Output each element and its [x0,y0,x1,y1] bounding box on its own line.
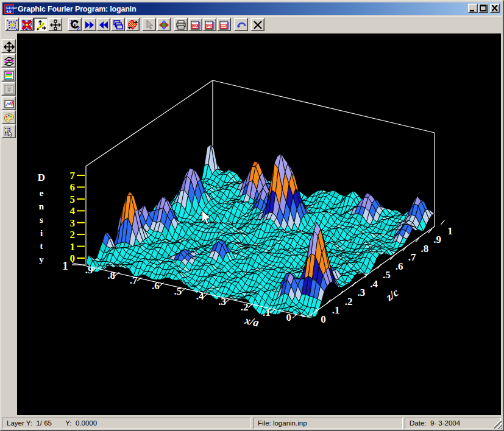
svg-text:6: 6 [70,181,76,193]
svg-text:1: 1 [70,241,76,253]
svg-text:t: t [40,241,43,251]
svg-text:.8: .8 [107,270,115,281]
svg-text:.4: .4 [196,290,204,302]
svg-text:.3: .3 [218,296,226,307]
svg-text:y: y [39,254,44,264]
svg-text:e: e [40,188,44,198]
svg-text:.2: .2 [345,296,353,307]
svg-text:0: 0 [321,314,326,325]
svg-text:s: s [40,215,43,225]
svg-text:.5: .5 [383,269,391,281]
svg-text:.6: .6 [152,280,160,292]
svg-text:WM: WM [192,24,199,28]
svg-text:PS: PS [207,24,211,28]
svg-text:i: i [40,228,43,238]
svg-text:.4: .4 [370,278,378,290]
svg-text:.8: .8 [421,243,428,254]
svg-text:.2: .2 [241,301,249,313]
svg-text:1: 1 [63,260,68,272]
svg-text:x/a: x/a [243,314,260,329]
svg-text:.7: .7 [130,275,138,286]
svg-text:5: 5 [70,194,76,205]
svg-text:0: 0 [286,312,292,323]
svg-text:.1: .1 [332,304,340,316]
svg-text:.9: .9 [433,234,441,245]
svg-text:D: D [38,172,45,183]
svg-text:1: 1 [447,225,453,237]
svg-text:2: 2 [70,229,76,240]
svg-text:n: n [39,201,44,211]
svg-text:.6: .6 [396,261,403,272]
svg-text:0: 0 [70,253,76,264]
svg-text:A: A [10,100,14,106]
svg-text:z/c: z/c [383,286,401,303]
svg-text:.3: .3 [357,287,365,298]
svg-text:4: 4 [70,205,76,217]
svg-text:#: # [7,86,11,93]
svg-text:.1: .1 [263,307,271,318]
svg-text:.7: .7 [408,251,416,263]
svg-text:asd: asd [221,24,227,28]
svg-text:.9: .9 [85,264,93,276]
svg-text:3: 3 [70,217,76,229]
svg-text:7: 7 [70,170,76,181]
svg-text:.5: .5 [174,286,182,297]
